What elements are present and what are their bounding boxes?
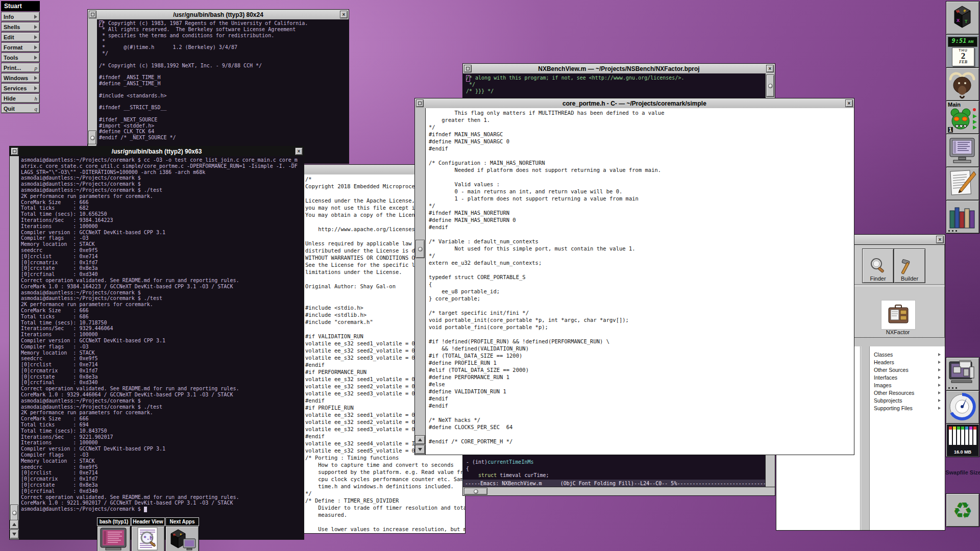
app-menu: Stuart Info Shells Edit Format Tools Pri… <box>1 1 40 113</box>
menu-item-tools[interactable]: Tools <box>1 53 40 62</box>
text-cursor <box>99 20 103 27</box>
dock-tile-terminal[interactable] <box>946 134 979 167</box>
window-title: /usr/gnu/bin/bash (ttyp2) 90x63 <box>19 148 294 155</box>
terminal-output: asmodai@dauntless:~/Projects/coremark $ … <box>19 156 304 513</box>
close-button[interactable]: × <box>845 99 853 107</box>
nxfactor-icon-label: NXFactor <box>881 329 915 335</box>
menu-item-quit[interactable]: Quitq <box>1 104 40 113</box>
core-text-area[interactable]: This flag only matters if MULTITHREAD ha… <box>426 108 854 455</box>
gnu-head-icon <box>946 68 978 99</box>
swapfile-size-label: Swapfile Size <box>943 469 980 476</box>
miniwindow-label: Next Apps <box>165 517 199 526</box>
dock-tile-gauge[interactable] <box>946 390 979 424</box>
finder-button[interactable]: Finder <box>862 248 894 283</box>
dock-tile-window-manager[interactable] <box>946 357 979 391</box>
core-titlebar[interactable]: core_portme.h - C- — ~/Projects/coremark… <box>415 98 854 109</box>
close-button[interactable]: × <box>936 236 944 243</box>
scrollbar-thumb[interactable] <box>766 74 774 97</box>
menu-item-print[interactable]: Print...p <box>1 63 40 72</box>
scroll-down-button[interactable] <box>10 530 19 539</box>
scroll-up-button[interactable] <box>415 435 425 444</box>
menu-item-hide[interactable]: Hideh <box>1 93 40 103</box>
scrollbar-thumb[interactable] <box>415 240 425 258</box>
browser-column: Classes Headers Other Sources Interfaces… <box>870 350 944 412</box>
browser-item-subprojects[interactable]: Subprojects <box>870 396 944 404</box>
level-triangle-icon <box>973 126 977 130</box>
miniaturize-button[interactable] <box>89 11 96 18</box>
ttyp2-titlebar[interactable]: /usr/gnu/bin/bash (ttyp2) 90x63 × <box>10 146 304 157</box>
branch-arrow-icon <box>938 368 941 371</box>
menu-item-windows[interactable]: Windows <box>1 73 40 83</box>
scrollbar-thumb[interactable] <box>10 505 18 521</box>
dock-tile-edit[interactable] <box>946 167 979 201</box>
ttyp2-terminal-output-area[interactable]: asmodai@dauntless:~/Projects/coremark $ … <box>19 156 304 539</box>
menu-title[interactable]: Stuart <box>1 1 40 11</box>
menu-item-format[interactable]: Format <box>1 42 40 52</box>
nxbench-bottom-code: - (int)currentTimeInMs { struct timeval … <box>463 458 552 480</box>
submenu-arrow-icon <box>34 86 37 90</box>
miniwindow-next-apps[interactable]: N e <box>165 526 199 551</box>
submenu-arrow-icon <box>34 25 37 29</box>
branch-arrow-icon <box>938 407 941 410</box>
browser-item-other-sources[interactable]: Other Sources <box>870 366 944 373</box>
browser-column-scrollbar[interactable] <box>861 346 870 530</box>
menu-item-edit[interactable]: Edit <box>1 32 40 42</box>
nxfactor-app-icon[interactable] <box>881 300 916 330</box>
badge: 1 <box>948 127 953 133</box>
browser-item-classes[interactable]: Classes <box>870 350 944 358</box>
scroll-up-button[interactable] <box>10 520 19 529</box>
miniaturize-button[interactable] <box>464 65 472 72</box>
browser-item-other-resources[interactable]: Other Resources <box>870 389 944 396</box>
dock-tile-memory[interactable]: 16.0 MB <box>946 423 979 457</box>
close-button[interactable]: × <box>340 11 348 18</box>
browser-item-images[interactable]: Images <box>870 381 944 389</box>
text-cursor <box>466 75 470 82</box>
dock-tile-librarian[interactable] <box>946 200 979 234</box>
miniaturize-button[interactable] <box>11 147 18 155</box>
vertical-scrollbar[interactable] <box>415 108 426 455</box>
horizontal-scrollbar[interactable] <box>463 487 775 495</box>
nxbench-top-code: /* along with this program; if not, see … <box>463 73 766 95</box>
dock-tile-main-monster[interactable]: Main 1 <box>946 101 979 134</box>
ttyp3-terminal-output-area[interactable]: /* Copyright (c) 1983, 1987 Regents of t… <box>97 19 349 163</box>
miniwindow-header-view[interactable]: *.h <box>131 526 165 551</box>
dock-tile-clock[interactable]: 9:51 AM THU 2 FEB <box>946 34 979 68</box>
scroll-buttons <box>10 520 19 539</box>
miniwindow-bash-ttyp1[interactable] <box>97 526 131 551</box>
vertical-scrollbar[interactable] <box>10 156 19 539</box>
header-view-icon-text: *.h <box>143 535 153 541</box>
terminal-output: /* Copyright (c) 1983, 1987 Regents of t… <box>97 19 349 154</box>
text-cursor <box>144 507 147 512</box>
dock-tile-gnu[interactable] <box>946 67 979 101</box>
ttyp3-titlebar[interactable]: /usr/gnu/bin/bash (ttyp3) 80x24 × <box>88 10 349 20</box>
menu-item-services[interactable]: Services <box>1 83 40 93</box>
calendar-day: 2 <box>952 52 974 60</box>
scrollbar-thumb[interactable] <box>464 488 487 495</box>
briefcase-icon <box>888 305 909 325</box>
miniaturize-button[interactable] <box>416 99 424 107</box>
branch-arrow-icon <box>938 361 941 364</box>
scroll-down-button[interactable] <box>415 445 425 454</box>
browser-item-interfaces[interactable]: Interfaces <box>870 373 944 381</box>
scrollbar-thumb[interactable] <box>88 131 96 145</box>
status-led <box>973 108 976 111</box>
close-button[interactable]: × <box>766 65 774 72</box>
browser-item-supporting-files[interactable]: Supporting Files <box>870 404 944 412</box>
browser-item-headers[interactable]: Headers <box>870 358 944 366</box>
dock-tile-next-logo[interactable]: N e X T <box>946 1 979 35</box>
clock-time: 9:51 <box>952 37 967 44</box>
calendar-month: FEB <box>952 60 974 64</box>
scroll-buttons <box>415 435 425 455</box>
builder-button[interactable]: Builder <box>894 248 925 283</box>
branch-arrow-icon <box>938 391 941 394</box>
vertical-scrollbar[interactable] <box>88 19 97 163</box>
monitor-windows-icon <box>946 358 978 389</box>
close-button[interactable]: × <box>295 147 303 155</box>
miniwindow-label: bash (ttyp1) <box>97 517 131 526</box>
menu-item-info[interactable]: Info <box>1 12 40 21</box>
menu-item-shells[interactable]: Shells <box>1 22 40 32</box>
branch-arrow-icon <box>938 376 941 379</box>
dock-tile-recycler[interactable]: ♻ <box>946 493 979 527</box>
blue-dial-icon <box>946 391 978 422</box>
nxbench-titlebar[interactable]: NXBenchView.m — ~/Projects/NSBench/NXFac… <box>463 64 775 74</box>
